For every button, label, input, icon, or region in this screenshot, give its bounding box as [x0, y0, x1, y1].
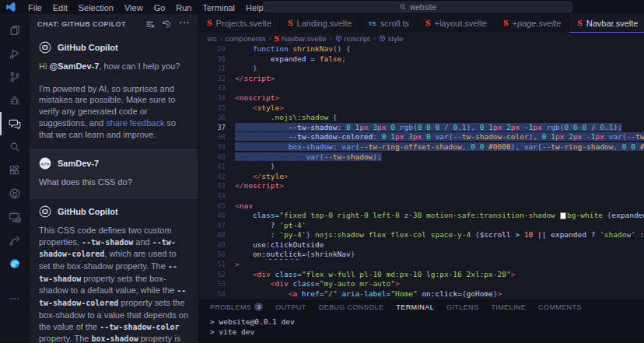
code-line: 35 <style> — [199, 103, 644, 114]
chat-message: </>SamDev-7What does this CSS do? — [30, 149, 198, 198]
source-control-icon[interactable] — [0, 65, 30, 89]
svelte-icon: S — [207, 19, 212, 27]
code-line: 47 ? 'pt-4' — [199, 221, 644, 231]
menu-terminal[interactable]: Terminal — [198, 3, 241, 12]
color-swatch-white[interactable] — [561, 213, 566, 219]
line-number: 30 — [199, 54, 226, 65]
chat-sidebar-header: CHAT: GITHUB COPILOT — [30, 14, 198, 34]
code-line: 29 function shrinkNav() { — [199, 44, 644, 54]
tab-label: Landing.svelte — [297, 19, 352, 28]
history-icon[interactable] — [162, 19, 171, 29]
panel-tab-comments[interactable]: COMMENTS — [538, 303, 582, 311]
explorer-icon[interactable] — [0, 19, 30, 42]
chat-message: GitHub CopilotHi @SamDev-7, how can I he… — [30, 34, 198, 149]
panel-tab-output[interactable]: OUTPUT — [275, 303, 306, 311]
code-line: 52 <div class="flex w-full pl-10 md:px-1… — [199, 270, 644, 280]
panel-tab-terminal[interactable]: TERMINAL — [396, 303, 434, 311]
bottom-panel: PROBLEMS3OUTPUTDEBUG CONSOLETERMINALGITL… — [199, 299, 644, 343]
line-number: 33 — [199, 83, 226, 93]
terminal-line: > vite dev — [210, 327, 644, 338]
tab-label: Navbar.svelte — [586, 19, 639, 28]
line-number: 32 — [199, 74, 226, 84]
tab-projects-svelte[interactable]: SProjects.svelte — [199, 14, 280, 33]
line-number: 49 — [199, 240, 226, 250]
panel-tab-gitlens[interactable]: GITLENS — [446, 303, 478, 311]
line-number: 51 — [199, 260, 226, 270]
menu-selection[interactable]: Selection — [73, 3, 119, 12]
line-number: 50 — [199, 250, 226, 260]
breadcrumb-item[interactable]: SNavbar.svelte — [274, 34, 326, 43]
breadcrumb-item[interactable]: src — [207, 34, 217, 43]
menu-file[interactable]: File — [23, 3, 47, 12]
line-number: 47 — [199, 221, 226, 231]
code-line: 39→ → → box-shadow: var(--tw-ring-offset… — [199, 142, 644, 152]
breadcrumb-item[interactable]: components — [226, 34, 266, 43]
code-line: 40→ → → → var(--tw-shadow); — [199, 152, 644, 163]
code-line: 34<noscript> — [199, 93, 644, 103]
feedback-link[interactable]: share feedback — [106, 118, 164, 128]
breadcrumb-item[interactable]: style — [379, 34, 404, 43]
svg-text:</>: </> — [41, 161, 50, 166]
breadcrumb-separator: › — [373, 35, 376, 43]
code-line: 43</noscript> — [199, 181, 644, 191]
title-bar: FileEditSelectionViewGoRunTerminalHelp ←… — [0, 0, 644, 14]
code-line: 37 --tw-shadow: 0 1px 3px 0 rgb(0 0 0 / … — [199, 123, 644, 133]
github-icon[interactable] — [0, 182, 30, 205]
breadcrumb-separator: › — [268, 35, 271, 43]
copilot-avatar — [39, 205, 51, 218]
line-number: 39 — [199, 142, 226, 152]
copilot-avatar — [39, 41, 51, 54]
search-icon — [399, 3, 407, 11]
breadcrumb-separator: › — [330, 35, 332, 43]
panel-tab-debug-console[interactable]: DEBUG CONSOLE — [319, 303, 384, 311]
problems-count-badge: 3 — [254, 303, 263, 311]
tab-label: scroll.ts — [380, 19, 409, 28]
breadcrumb-item[interactable]: noscript — [335, 34, 370, 43]
chat-icon[interactable] — [0, 112, 30, 135]
code-line: 41 } — [199, 162, 644, 172]
code-line: 30 expanded = false; — [199, 54, 644, 65]
extensions-icon[interactable] — [0, 159, 30, 182]
line-number: 48 — [199, 230, 226, 240]
tab-scroll-ts[interactable]: TSscroll.ts — [360, 14, 418, 33]
panel-tab-timeline[interactable]: TIMELINE — [491, 303, 526, 311]
edge-browser-icon[interactable] — [0, 252, 30, 275]
share-icon[interactable] — [0, 229, 30, 252]
more-icon[interactable] — [178, 16, 191, 29]
chat-message-list: GitHub CopilotHi @SamDev-7, how can I he… — [30, 34, 198, 343]
menu-run[interactable]: Run — [170, 3, 197, 12]
clear-chat-icon[interactable] — [145, 19, 155, 29]
search-icon[interactable] — [0, 135, 30, 159]
message-author: GitHub Copilot — [58, 206, 118, 218]
breadcrumb: src›components›SNavbar.svelte›noscript›s… — [199, 33, 644, 44]
code-line: 36 .nojs\:shadow { — [199, 113, 644, 123]
line-number: 53 — [199, 279, 226, 289]
line-number: 31 — [199, 64, 226, 74]
typescript-icon: TS — [368, 20, 376, 27]
more-icon[interactable] — [0, 287, 30, 310]
remote-explorer-icon[interactable] — [0, 205, 30, 229]
run-and-debug-icon[interactable] — [0, 42, 30, 65]
command-search-input[interactable]: website — [263, 2, 572, 12]
panel-tab-problems[interactable]: PROBLEMS3 — [210, 303, 263, 311]
message-paragraph: I'm powered by AI, so surprises and mist… — [39, 83, 189, 141]
activity-bar — [0, 14, 30, 343]
message-author: SamDev-7 — [58, 158, 99, 170]
message-author: GitHub Copilot — [58, 42, 118, 54]
code-editor[interactable]: 29 function shrinkNav() {30 expanded = f… — [199, 44, 644, 299]
chat-message: GitHub CopilotThis CSS code defines two … — [30, 198, 198, 343]
tab-navbar-svelte[interactable]: SNavbar.svelte✕ — [569, 14, 644, 33]
bug-icon[interactable] — [0, 89, 30, 112]
user-avatar: </> — [39, 157, 51, 170]
terminal-output[interactable]: > website@0.0.1 dev> vite dev — [199, 314, 644, 337]
editor-tab-bar: SProjects.svelteSLanding.svelteTSscroll.… — [199, 14, 644, 33]
menu-go[interactable]: Go — [149, 3, 171, 12]
menu-view[interactable]: View — [119, 3, 149, 12]
code-line: 32</script> — [199, 74, 644, 84]
line-number: 44 — [199, 191, 226, 201]
tab--layout-svelte[interactable]: S+layout.svelte — [418, 14, 495, 33]
tab--page-svelte[interactable]: S+page.svelte — [495, 14, 569, 33]
menu-edit[interactable]: Edit — [47, 3, 73, 12]
line-number: 43 — [199, 181, 226, 191]
tab-landing-svelte[interactable]: SLanding.svelte — [280, 14, 360, 33]
